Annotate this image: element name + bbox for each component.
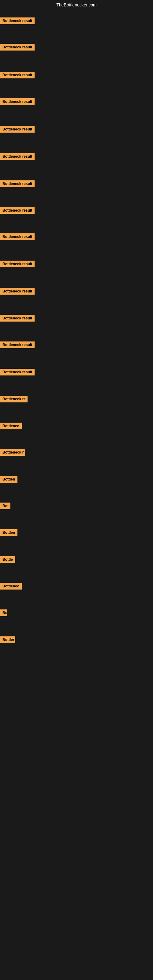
bottleneck-item[interactable]: Bottlen [0, 476, 18, 484]
bottleneck-item[interactable]: Bottlen [0, 529, 18, 537]
bottleneck-item[interactable]: Bottle [0, 556, 15, 564]
bottleneck-badge: Bottleneck result [0, 315, 35, 321]
bottleneck-item[interactable]: Bottleneck result [0, 44, 35, 52]
bottleneck-item[interactable]: Bottleneck result [0, 153, 35, 161]
bottleneck-badge: Bottler [0, 636, 15, 643]
bottleneck-item[interactable]: Bottleneck result [0, 18, 35, 25]
bottleneck-badge: Bot [0, 503, 10, 509]
bottleneck-badge: Bo [0, 609, 7, 616]
bottleneck-badge: Bottleneck re [0, 396, 27, 402]
bottleneck-badge: Bottlenec [0, 423, 22, 430]
bottleneck-badge: Bottleneck r [0, 449, 25, 456]
bottleneck-item[interactable]: Bottleneck result [0, 72, 35, 80]
bottleneck-badge: Bottleneck result [0, 126, 35, 133]
bottleneck-item[interactable]: Bottleneck result [0, 288, 35, 296]
bottleneck-badge: Bottlen [0, 529, 18, 536]
bottleneck-badge: Bottlenec [0, 583, 22, 590]
bottleneck-item[interactable]: Bottler [0, 636, 15, 644]
bottleneck-item[interactable]: Bottleneck result [0, 315, 35, 323]
bottleneck-badge: Bottleneck result [0, 342, 35, 348]
bottleneck-item[interactable]: Bottleneck re [0, 396, 27, 404]
bottleneck-badge: Bottle [0, 556, 15, 563]
bottleneck-item[interactable]: Bottleneck result [0, 180, 35, 188]
bottleneck-badge: Bottleneck result [0, 288, 35, 294]
bottleneck-badge: Bottleneck result [0, 72, 35, 78]
bottleneck-item[interactable]: Bottleneck result [0, 98, 35, 106]
bottleneck-item[interactable]: Bottleneck result [0, 369, 35, 377]
bottleneck-badge: Bottleneck result [0, 180, 35, 187]
bottleneck-badge: Bottleneck result [0, 98, 35, 105]
bottleneck-badge: Bottleneck result [0, 207, 35, 214]
bottleneck-item[interactable]: Bottleneck result [0, 233, 35, 241]
bottleneck-item[interactable]: Bottleneck result [0, 126, 35, 134]
bottleneck-badge: Bottleneck result [0, 18, 35, 24]
bottleneck-item[interactable]: Bottleneck result [0, 261, 35, 269]
bottleneck-badge: Bottlen [0, 476, 18, 483]
bottleneck-badge: Bottleneck result [0, 261, 35, 267]
site-title: TheBottlenecker.com [0, 0, 153, 10]
bottleneck-item[interactable]: Bottleneck result [0, 342, 35, 350]
bottleneck-item[interactable]: Bottlenec [0, 583, 22, 591]
bottleneck-badge: Bottleneck result [0, 153, 35, 160]
bottleneck-badge: Bottleneck result [0, 44, 35, 51]
bottleneck-badge: Bottleneck result [0, 369, 35, 375]
bottleneck-item[interactable]: Bottlenec [0, 423, 22, 431]
bottleneck-item[interactable]: Bottleneck r [0, 449, 25, 457]
bottleneck-item[interactable]: Bottleneck result [0, 207, 35, 215]
bottleneck-badge: Bottleneck result [0, 233, 35, 240]
bottleneck-item[interactable]: Bo [0, 609, 7, 617]
bottleneck-item[interactable]: Bot [0, 503, 10, 511]
